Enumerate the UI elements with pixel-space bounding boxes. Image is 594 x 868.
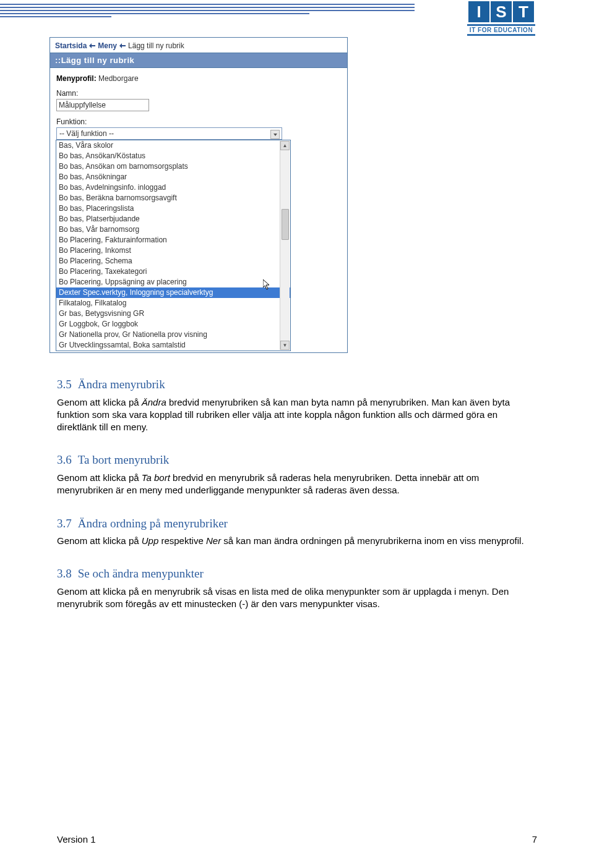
list-item[interactable]: Bo bas, Placeringslista — [56, 203, 290, 214]
page-header: I S T IT FOR EDUCATION — [0, 0, 594, 31]
logo-letter: S — [491, 1, 512, 22]
namn-input[interactable] — [56, 99, 149, 111]
para-3-7: Genom att klicka på Upp respektive Ner s… — [57, 535, 537, 547]
breadcrumb-sep-icon — [89, 43, 95, 48]
funktion-select[interactable]: -- Välj funktion -- — [56, 127, 282, 140]
list-item[interactable]: Gr Loggbok, Gr loggbok — [56, 319, 290, 330]
list-item[interactable]: Dexter Spec.verktyg, Inloggning specialv… — [56, 287, 290, 298]
list-item[interactable]: Bo bas, Platserbjudande — [56, 214, 290, 224]
breadcrumb-item: Lägg till ny rubrik — [128, 41, 184, 50]
breadcrumb-item[interactable]: Startsida — [55, 41, 87, 50]
breadcrumb-item[interactable]: Meny — [98, 41, 117, 50]
list-item[interactable]: Bo bas, Ansökan/Köstatus — [56, 151, 290, 161]
list-item[interactable]: Bo Placering, Fakturainformation — [56, 235, 290, 245]
list-item[interactable]: Gr Nationella prov, Gr Nationella prov v… — [56, 330, 290, 340]
logo-letter: T — [513, 1, 534, 22]
list-item[interactable]: Bo bas, Ansökan om barnomsorgsplats — [56, 161, 290, 172]
para-3-8: Genom att klicka på en menyrubrik så vis… — [57, 585, 537, 611]
heading-3-8: 3.8Se och ändra menypunkter — [57, 566, 537, 582]
menyprofil-label: Menyprofil: — [56, 74, 97, 83]
list-item[interactable]: Gr Utvecklingssamtal, Boka samtalstid — [56, 340, 290, 351]
footer-page: 7 — [532, 834, 537, 845]
scroll-down-icon[interactable]: ▼ — [280, 341, 290, 350]
scroll-up-icon[interactable]: ▲ — [280, 141, 290, 150]
para-3-5: Genom att klicka på Ändra bredvid menyru… — [57, 396, 537, 434]
list-item[interactable]: Bo bas, Beräkna barnomsorgsavgift — [56, 193, 290, 203]
panel-title: ::Lägg till ny rubrik — [50, 53, 347, 68]
heading-3-6: 3.6Ta bort menyrubrik — [57, 452, 537, 468]
logo: I S T IT FOR EDUCATION — [467, 1, 535, 36]
funktion-label: Funktion: — [56, 117, 341, 126]
list-item[interactable]: Bo Placering, Inkomst — [56, 245, 290, 256]
namn-label: Namn: — [56, 89, 341, 98]
logo-tagline: IT FOR EDUCATION — [467, 24, 535, 36]
breadcrumb-sep-icon — [119, 43, 126, 48]
list-item[interactable]: Bas, Våra skolor — [56, 140, 290, 151]
funktion-options-listbox[interactable]: Bas, Våra skolorBo bas, Ansökan/Köstatus… — [56, 140, 291, 351]
list-item[interactable]: Bo bas, Ansökningar — [56, 172, 290, 182]
decorative-lines — [0, 4, 415, 19]
list-item[interactable]: Bo bas, Vår barnomsorg — [56, 224, 290, 235]
heading-3-5: 3.5Ändra menyrubrik — [57, 377, 537, 393]
svg-marker-0 — [89, 43, 95, 48]
page-footer: Version 1 7 — [57, 834, 537, 845]
list-item[interactable]: Filkatalog, Filkatalog — [56, 298, 290, 308]
menyprofil-value: Medborgare — [98, 74, 139, 83]
app-screenshot: Startsida Meny Lägg till ny rubrik ::Läg… — [50, 37, 348, 353]
para-3-6: Genom att klicka på Ta bort bredvid en m… — [57, 472, 537, 497]
list-item[interactable]: Bo Placering, Uppsägning av placering — [56, 277, 290, 287]
menyprofil-line: Menyprofil: Medborgare — [56, 74, 341, 83]
svg-marker-1 — [119, 43, 126, 48]
list-item[interactable]: Gr bas, Betygsvisning GR — [56, 308, 290, 319]
logo-letter: I — [468, 1, 489, 22]
scroll-thumb[interactable] — [282, 209, 289, 240]
breadcrumb: Startsida Meny Lägg till ny rubrik — [50, 38, 347, 53]
document-body: 3.5Ändra menyrubrik Genom att klicka på … — [57, 377, 537, 611]
footer-version: Version 1 — [57, 834, 96, 845]
heading-3-7: 3.7Ändra ordning på menyrubriker — [57, 516, 537, 532]
list-item[interactable]: Bo Placering, Schema — [56, 256, 290, 266]
list-item[interactable]: Bo bas, Avdelningsinfo. inloggad — [56, 182, 290, 193]
list-item[interactable]: Bo Placering, Taxekategori — [56, 266, 290, 277]
scrollbar[interactable]: ▲ ▼ — [280, 141, 290, 350]
